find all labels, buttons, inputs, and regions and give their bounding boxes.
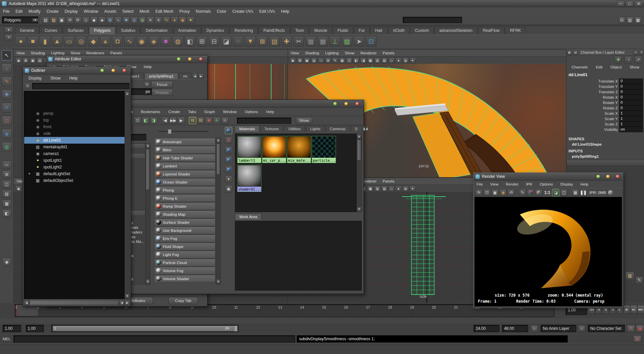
shader-node-surface-shader[interactable]: Surface Shader xyxy=(154,218,215,226)
selection-mask-dropdown[interactable]: Polygons▼ xyxy=(2,16,38,23)
snap-to-grid-icon[interactable]: ⊞ xyxy=(106,16,114,24)
channel-value[interactable]: 0 xyxy=(619,100,643,105)
close-light[interactable] xyxy=(355,102,359,106)
textured-icon[interactable]: ◍ xyxy=(402,57,409,63)
outliner-filter-icon[interactable]: ⊡ xyxy=(24,83,31,89)
outliner-vscrollbar[interactable]: ▲ ▼ xyxy=(125,91,130,299)
minimize-light[interactable] xyxy=(177,57,181,61)
tl-panel-menu-panels[interactable]: Panels xyxy=(108,51,125,55)
move-tool-icon[interactable]: ✚ xyxy=(2,90,12,100)
playback-end-field[interactable]: 24.00 xyxy=(474,325,499,332)
tl-panel-menu-lighting[interactable]: Lighting xyxy=(48,51,67,55)
poly-sphere-icon[interactable]: ● xyxy=(15,36,26,47)
sculpt-tool-icon[interactable]: ◍ xyxy=(172,36,183,47)
reduce-icon[interactable]: ▼ xyxy=(245,36,256,47)
rv-menu-view[interactable]: View xyxy=(487,182,502,187)
app-titlebar[interactable]: Autodesk Maya 2011 x64: D:\DB_all\logo\d… xyxy=(0,0,644,7)
separate-icon[interactable]: ⊟ xyxy=(209,36,219,47)
rotate-tool-icon[interactable]: ⟳ xyxy=(2,103,12,113)
scale-tool-icon[interactable]: ⊡ xyxy=(2,116,12,126)
shelf-tab-fur[interactable]: Fur xyxy=(354,27,370,34)
tab-scroll-right-icon[interactable]: ▶ xyxy=(198,73,204,79)
persp-panel-menu-shading[interactable]: Shading xyxy=(302,51,322,55)
render-view-titlebar[interactable]: Render View xyxy=(474,173,623,181)
character-set-field[interactable]: No Character Set xyxy=(588,325,625,332)
graph-clear-icon[interactable]: ◨ xyxy=(150,117,157,124)
layer-editor-splitter[interactable] xyxy=(566,160,644,166)
outliner-item-mentalrayibl1[interactable]: ▤mentalrayIbl1 xyxy=(24,144,125,150)
render-region-icon[interactable]: ⊡ xyxy=(483,189,491,196)
poly-torus-icon[interactable]: ◎ xyxy=(76,36,87,47)
layer-editor-dock-icon[interactable]: ▤ xyxy=(573,50,578,55)
menu-assets[interactable]: Assets xyxy=(101,8,119,14)
poly-soccer-ball-icon[interactable]: ◉ xyxy=(136,36,147,47)
slider-knob[interactable] xyxy=(168,129,171,134)
show-button[interactable]: Show xyxy=(296,117,312,124)
menu-edit-mesh[interactable]: Edit Mesh xyxy=(152,8,176,14)
shader-list-scrollbar[interactable]: ▲ ▼ xyxy=(216,138,221,285)
shader-node-lambert[interactable]: Lambert xyxy=(154,162,215,170)
select-tool-icon[interactable]: ↖ xyxy=(2,50,12,60)
copy-tab-button[interactable]: Copy Tab xyxy=(168,297,198,304)
swatch-size-slider[interactable] xyxy=(158,131,209,132)
menu-modify[interactable]: Modify xyxy=(26,8,43,14)
persp-panel-menu-lighting[interactable]: Lighting xyxy=(323,51,341,55)
rv-menu-display[interactable]: Display xyxy=(557,182,576,187)
lights-icon[interactable]: ✦ xyxy=(409,57,416,63)
channel-value[interactable]: 0 xyxy=(619,89,643,95)
shaded-icon[interactable]: ● xyxy=(395,57,402,63)
shelf-tab-custom[interactable]: Custom xyxy=(410,27,434,34)
hypershade-window[interactable]: Hypershade FileEditViewBookmarksCreateTa… xyxy=(92,100,364,294)
redo-icon[interactable]: ⟳ xyxy=(74,16,82,24)
command-line-label[interactable]: MEL xyxy=(3,337,11,341)
menu-window[interactable]: Window xyxy=(81,8,101,14)
extrude-icon[interactable]: ⊠ xyxy=(257,36,268,47)
shelf-tab-animation[interactable]: Animation xyxy=(173,27,201,34)
wireframe-icon[interactable]: ◇ xyxy=(388,186,395,192)
shader-node-fluid-shape[interactable]: Fluid Shape xyxy=(154,243,215,250)
browser-tab-materials[interactable]: Materials xyxy=(235,125,259,132)
show-materials-icon[interactable] xyxy=(225,146,232,154)
script-editor-icon[interactable]: ▤ xyxy=(633,335,641,343)
menu-edit[interactable]: Edit xyxy=(12,8,26,14)
browser-tab-cameras[interactable]: Cameras xyxy=(326,125,350,132)
animation-start-field[interactable]: 1.00 xyxy=(3,325,21,332)
combine-icon[interactable]: ⊞ xyxy=(197,36,207,47)
lock-camera-icon[interactable]: ⊠ xyxy=(297,57,303,63)
graph-remove-icon[interactable]: ▶ xyxy=(178,117,185,124)
channel-label[interactable]: Scale X xyxy=(566,111,619,115)
ae-menu-help[interactable]: Help xyxy=(141,64,155,69)
restore-light[interactable] xyxy=(188,57,192,61)
restore-light[interactable] xyxy=(606,175,610,179)
shader-node-env-fog[interactable]: Env Fog xyxy=(154,235,215,242)
presets-button[interactable]: Presets xyxy=(151,89,173,96)
command-input[interactable] xyxy=(13,335,295,343)
input-node-name[interactable]: polySplitRing1 xyxy=(566,154,644,159)
shelf-tab-curves[interactable]: Curves xyxy=(40,27,62,34)
outliner-item-defaultlightset[interactable]: +▦defaultLightSet xyxy=(24,170,125,177)
show-textures-icon[interactable] xyxy=(225,156,232,163)
append-polygon-icon[interactable]: ✚ xyxy=(281,36,292,47)
create-tree-scrollbar[interactable]: ▲ ▼ xyxy=(145,143,150,285)
menu-proxy[interactable]: Proxy xyxy=(177,8,193,14)
shelf-tab-surfaces[interactable]: Surfaces xyxy=(63,27,89,34)
shader-node-phong-e[interactable]: Phong E xyxy=(154,194,215,202)
outliner-item-camera1[interactable]: ◉camera1 xyxy=(24,150,125,157)
mirror-geometry-icon[interactable]: ◧ xyxy=(185,36,195,47)
select-camera-icon[interactable]: ◉ xyxy=(15,57,22,63)
lock-camera-icon[interactable]: ⊠ xyxy=(22,57,29,63)
playback-speed-dropdown[interactable]: ▽ xyxy=(531,325,538,332)
redo-render-icon[interactable]: ⟳ xyxy=(475,189,483,196)
subdiv-cube-icon[interactable]: ■ xyxy=(160,36,171,47)
set-key-icon[interactable]: ⚿ xyxy=(627,325,635,332)
channel-value[interactable]: 0 xyxy=(619,79,643,84)
show-modeling-toolkit-icon[interactable]: ⊟ xyxy=(618,16,626,24)
safe-title-icon[interactable]: ▧ xyxy=(381,186,388,192)
browser-tab-lights[interactable]: Lights xyxy=(306,125,325,132)
tl-panel-menu-view[interactable]: View xyxy=(14,51,28,55)
shelf-tab-general[interactable]: General xyxy=(15,27,39,34)
outliner-item-front[interactable]: ◉front xyxy=(24,123,125,130)
rv-menu-help[interactable]: Help xyxy=(578,182,592,187)
safe-action-icon[interactable]: ▥ xyxy=(374,186,381,192)
shelf-tab-rfrk[interactable]: RFRK xyxy=(505,27,526,34)
